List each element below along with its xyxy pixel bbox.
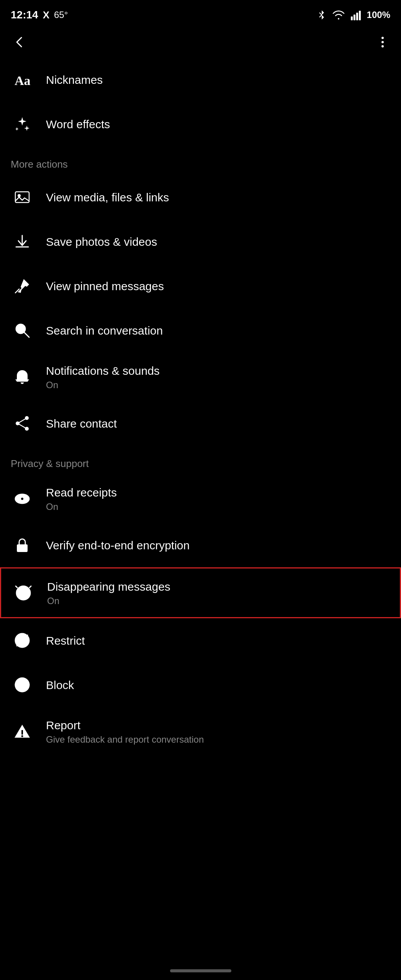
- svg-rect-20: [17, 544, 28, 552]
- menu-item-save-photos[interactable]: Save photos & videos: [0, 219, 401, 264]
- menu-item-notifications[interactable]: Notifications & sounds On: [0, 353, 401, 401]
- view-media-text: View media, files & links: [46, 190, 390, 205]
- notifications-subtitle: On: [46, 380, 390, 390]
- pin-icon: [11, 274, 34, 297]
- top-menu-section: Aa Nicknames Word effects: [0, 57, 401, 146]
- restrict-title: Restrict: [46, 633, 390, 648]
- share-contact-text: Share contact: [46, 416, 390, 431]
- status-x-icon: X: [43, 9, 49, 21]
- menu-item-view-media[interactable]: View media, files & links: [0, 175, 401, 219]
- menu-item-view-pinned[interactable]: View pinned messages: [0, 264, 401, 308]
- view-pinned-text: View pinned messages: [46, 279, 390, 294]
- share-contact-title: Share contact: [46, 416, 390, 431]
- menu-item-verify-encryption[interactable]: Verify end-to-end encryption: [0, 523, 401, 567]
- menu-item-report[interactable]: Report Give feedback and report conversa…: [0, 707, 401, 756]
- back-button[interactable]: [11, 34, 26, 50]
- text-icon: Aa: [11, 68, 34, 91]
- status-bar: 12:14 X 65° 100%: [0, 0, 401, 27]
- sparkle-icon: [11, 113, 34, 136]
- more-actions-label: More actions: [0, 149, 401, 175]
- search-text: Search in conversation: [46, 323, 390, 338]
- menu-item-search[interactable]: Search in conversation: [0, 308, 401, 353]
- clock-icon: [12, 581, 35, 604]
- block-title: Block: [46, 678, 390, 693]
- svg-line-15: [18, 418, 27, 423]
- disappearing-messages-text: Disappearing messages On: [47, 579, 389, 606]
- share-icon: [11, 412, 34, 435]
- svg-line-16: [18, 423, 27, 429]
- block-text: Block: [46, 678, 390, 693]
- svg-point-29: [21, 735, 23, 737]
- svg-rect-7: [15, 192, 29, 203]
- save-photos-title: Save photos & videos: [46, 234, 390, 249]
- svg-text:Aa: Aa: [15, 74, 31, 88]
- eye-icon: [11, 487, 34, 510]
- menu-item-word-effects[interactable]: Word effects: [0, 102, 401, 146]
- report-subtitle: Give feedback and report conversation: [46, 734, 390, 745]
- word-effects-text: Word effects: [46, 117, 390, 132]
- bottom-handle: [170, 969, 231, 972]
- wifi-icon: [332, 10, 345, 20]
- more-options-button[interactable]: [375, 34, 390, 50]
- notifications-title: Notifications & sounds: [46, 363, 390, 378]
- disappearing-messages-title: Disappearing messages: [47, 579, 389, 594]
- save-photos-text: Save photos & videos: [46, 234, 390, 249]
- search-icon: [11, 319, 34, 342]
- svg-rect-28: [21, 730, 23, 735]
- bluetooth-icon: [317, 10, 326, 20]
- svg-line-11: [24, 332, 29, 337]
- signal-icon: [351, 10, 362, 20]
- word-effects-title: Word effects: [46, 117, 390, 132]
- status-left: 12:14 X 65°: [11, 9, 68, 21]
- more-actions-section: More actions View media, files & links S…: [0, 149, 401, 446]
- privacy-support-section: Privacy & support Read receipts On Verif…: [0, 449, 401, 756]
- verify-encryption-title: Verify end-to-end encryption: [46, 538, 390, 553]
- status-right: 100%: [317, 10, 390, 20]
- report-text: Report Give feedback and report conversa…: [46, 718, 390, 745]
- menu-item-nicknames[interactable]: Aa Nicknames: [0, 57, 401, 102]
- bell-icon: [11, 366, 34, 389]
- dot-2: [381, 41, 384, 43]
- notifications-text: Notifications & sounds On: [46, 363, 390, 390]
- svg-point-19: [21, 498, 23, 500]
- back-arrow-icon: [11, 34, 26, 50]
- nicknames-title: Nicknames: [46, 72, 390, 87]
- report-title: Report: [46, 718, 390, 733]
- read-receipts-title: Read receipts: [46, 485, 390, 500]
- read-receipts-text: Read receipts On: [46, 485, 390, 512]
- view-media-title: View media, files & links: [46, 190, 390, 205]
- download-icon: [11, 230, 34, 253]
- dot-3: [381, 45, 384, 47]
- menu-item-disappearing-messages[interactable]: Disappearing messages On: [0, 567, 401, 618]
- report-icon: [11, 720, 34, 743]
- svg-rect-3: [354, 15, 355, 20]
- svg-rect-5: [359, 11, 361, 20]
- nav-bar: [0, 27, 401, 57]
- disappearing-messages-subtitle: On: [47, 596, 389, 606]
- svg-rect-4: [356, 13, 358, 20]
- read-receipts-subtitle: On: [46, 501, 390, 512]
- lock-icon: [11, 534, 34, 557]
- menu-item-share-contact[interactable]: Share contact: [0, 401, 401, 446]
- battery-text: 100%: [367, 10, 390, 20]
- search-title: Search in conversation: [46, 323, 390, 338]
- svg-rect-2: [351, 16, 353, 20]
- restrict-icon: [11, 629, 34, 652]
- menu-item-restrict[interactable]: Restrict: [0, 618, 401, 663]
- svg-line-1: [319, 15, 322, 17]
- status-temp: 65°: [54, 10, 68, 20]
- svg-line-0: [319, 13, 322, 15]
- view-pinned-title: View pinned messages: [46, 279, 390, 294]
- menu-item-read-receipts[interactable]: Read receipts On: [0, 474, 401, 523]
- restrict-text: Restrict: [46, 633, 390, 648]
- nicknames-text: Nicknames: [46, 72, 390, 87]
- status-time: 12:14: [11, 9, 38, 21]
- dot-1: [381, 37, 384, 39]
- block-icon: [11, 673, 34, 696]
- menu-item-block[interactable]: Block: [0, 663, 401, 707]
- verify-encryption-text: Verify end-to-end encryption: [46, 538, 390, 553]
- privacy-support-label: Privacy & support: [0, 449, 401, 474]
- media-icon: [11, 186, 34, 209]
